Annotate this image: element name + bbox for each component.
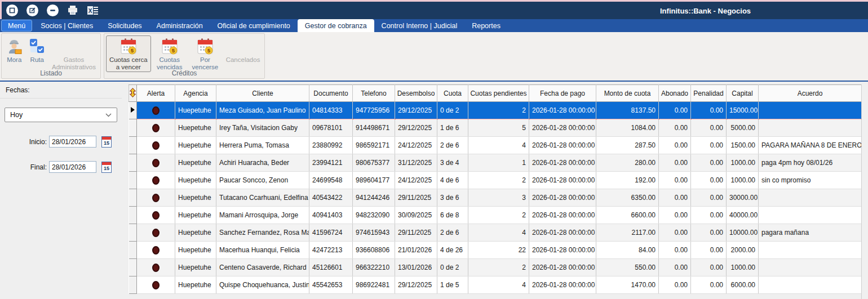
- gastos-administrativos-button[interactable]: Gastos Administrativos: [49, 35, 99, 72]
- row-selector-cell[interactable]: [129, 224, 137, 242]
- vertical-scrollbar[interactable]: [861, 84, 868, 299]
- cell-abonado[interactable]: 0.00: [659, 207, 691, 224]
- cell-alerta[interactable]: [137, 242, 175, 259]
- cell-acuerdo[interactable]: pagara mañana: [759, 224, 862, 242]
- cell-alerta[interactable]: [137, 137, 175, 154]
- cell-penalidad[interactable]: 0.00: [691, 242, 727, 259]
- cell-fecha_de_pago[interactable]: 2026-01-28 00:00:00: [529, 242, 596, 259]
- cell-cuota[interactable]: 3 de 4: [437, 154, 468, 172]
- row-selector-cell[interactable]: [129, 259, 137, 276]
- tab-gestor-de-cobranza[interactable]: Gestor de cobranza: [298, 19, 374, 32]
- cell-documento[interactable]: 42472213: [309, 242, 353, 259]
- column-header-cuotas_pendientes[interactable]: Cuotas pendientes: [468, 85, 529, 102]
- cell-telefono[interactable]: 980675377: [353, 154, 395, 172]
- cell-alerta[interactable]: [137, 224, 175, 242]
- cell-alerta[interactable]: [137, 154, 175, 172]
- cell-telefono[interactable]: 974615943: [353, 224, 395, 242]
- cell-penalidad[interactable]: 0.00: [691, 154, 727, 172]
- column-header-documento[interactable]: Documento: [309, 85, 353, 102]
- final-calendar-icon[interactable]: 15: [101, 162, 112, 173]
- cell-cuota[interactable]: 0 de 2: [437, 259, 468, 276]
- cell-cliente[interactable]: Tutacano Ccarhuani, Edelfina: [216, 189, 309, 207]
- cell-documento[interactable]: 41596724: [309, 224, 353, 242]
- mora-button[interactable]: Mora: [3, 35, 25, 70]
- cell-desembolso[interactable]: 30/09/2025: [395, 207, 437, 224]
- cell-acuerdo[interactable]: sin co mpromiso: [759, 172, 862, 189]
- cell-cliente[interactable]: Sanchez Fernandez, Rosa Maria: [216, 224, 309, 242]
- cell-cuota[interactable]: 1 de 6: [437, 119, 468, 137]
- cell-acuerdo[interactable]: [759, 102, 862, 119]
- row-selector-cell[interactable]: [129, 102, 137, 119]
- cell-monto_de_cuota[interactable]: 2117.00: [596, 224, 659, 242]
- excel-export-icon[interactable]: X: [87, 5, 99, 16]
- cell-capital[interactable]: 15000.00: [727, 102, 759, 119]
- cell-documento[interactable]: 23880992: [309, 137, 353, 154]
- cell-penalidad[interactable]: 0.00: [691, 102, 727, 119]
- edit-icon[interactable]: [26, 5, 38, 16]
- column-header-monto_de_cuota[interactable]: Monto de cuota: [596, 85, 659, 102]
- inicio-calendar-icon[interactable]: 15: [101, 136, 112, 148]
- cell-monto_de_cuota[interactable]: 550.00: [596, 259, 659, 276]
- cell-agencia[interactable]: Huepetuhe: [175, 224, 216, 242]
- column-header-alerta[interactable]: Alerta: [137, 85, 175, 102]
- cell-abonado[interactable]: 0.00: [659, 224, 691, 242]
- cell-cliente[interactable]: Centeno Casaverde, Richard: [216, 259, 309, 276]
- cell-penalidad[interactable]: 0.00: [691, 224, 727, 242]
- cell-telefono[interactable]: 989604177: [353, 172, 395, 189]
- cell-agencia[interactable]: Huepetuhe: [175, 189, 216, 207]
- row-selector-cell[interactable]: [129, 276, 137, 294]
- column-header-abonado[interactable]: Abonado: [659, 85, 691, 102]
- cell-telefono[interactable]: 986922481: [353, 276, 395, 294]
- cell-cuota[interactable]: 6 de 8: [437, 207, 468, 224]
- cell-desembolso[interactable]: 29/12/2025: [395, 276, 437, 294]
- cell-desembolso[interactable]: 24/12/2025: [395, 137, 437, 154]
- table-row[interactable]: HuepetuheMacerhua Huanqui, Felicia424722…: [129, 242, 862, 259]
- cell-desembolso[interactable]: 31/12/2025: [395, 154, 437, 172]
- cell-documento[interactable]: 45126601: [309, 259, 353, 276]
- row-selector-cell[interactable]: [129, 242, 137, 259]
- cell-agencia[interactable]: Huepetuhe: [175, 259, 216, 276]
- cell-desembolso[interactable]: 29/12/2025: [395, 119, 437, 137]
- cell-cliente[interactable]: Irey Taña, Visitacion Gaby: [216, 119, 309, 137]
- menu-item-menu[interactable]: Menú: [1, 20, 32, 32]
- menu-item-socios-clientes[interactable]: Socios | Clientes: [33, 19, 100, 32]
- cell-monto_de_cuota[interactable]: 1084.00: [596, 119, 659, 137]
- cell-cuotas_pendientes[interactable]: 3: [468, 189, 529, 207]
- table-row[interactable]: HuepetuheHerrera Puma, Tomasa23880992986…: [129, 137, 862, 154]
- cell-acuerdo[interactable]: [759, 119, 862, 137]
- cell-monto_de_cuota[interactable]: 280.00: [596, 154, 659, 172]
- cell-acuerdo[interactable]: paga 4pm hoy 08/01/26: [759, 154, 862, 172]
- cell-agencia[interactable]: Huepetuhe: [175, 137, 216, 154]
- menu-item-reportes[interactable]: Reportes: [464, 19, 508, 32]
- cell-capital[interactable]: 1500.00: [727, 137, 759, 154]
- cell-capital[interactable]: 1000.00: [727, 172, 759, 189]
- cell-cuotas_pendientes[interactable]: 1: [468, 154, 529, 172]
- cell-cuotas_pendientes[interactable]: 4: [468, 276, 529, 294]
- row-selector-cell[interactable]: [129, 172, 137, 189]
- cell-documento[interactable]: 04814333: [309, 102, 353, 119]
- cell-monto_de_cuota[interactable]: 6350.00: [596, 189, 659, 207]
- row-selector-cell[interactable]: [129, 189, 137, 207]
- cell-fecha_de_pago[interactable]: 2026-01-28 00:00:00: [529, 189, 596, 207]
- cell-abonado[interactable]: 0.00: [659, 259, 691, 276]
- table-row[interactable]: HuepetuheMamani Arrosquipa, Jorge4094140…: [129, 207, 862, 224]
- cell-cliente[interactable]: Herrera Puma, Tomasa: [216, 137, 309, 154]
- row-selector-cell[interactable]: [129, 119, 137, 137]
- cell-alerta[interactable]: [137, 102, 175, 119]
- cell-agencia[interactable]: Huepetuhe: [175, 207, 216, 224]
- cell-abonado[interactable]: 0.00: [659, 189, 691, 207]
- cell-abonado[interactable]: 0.00: [659, 276, 691, 294]
- menu-item-administracion[interactable]: Administración: [149, 19, 210, 32]
- cell-monto_de_cuota[interactable]: 6600.00: [596, 207, 659, 224]
- table-row[interactable]: HuepetuheQuispe Choquehuanca, Justina455…: [129, 276, 862, 294]
- cell-penalidad[interactable]: 0.00: [691, 276, 727, 294]
- table-row[interactable]: HuepetuheIrey Taña, Visitacion Gaby09678…: [129, 119, 862, 137]
- table-row[interactable]: HuepetuheMeza Guisado, Juan Paulino04814…: [129, 102, 862, 119]
- cell-cliente[interactable]: Macerhua Huanqui, Felicia: [216, 242, 309, 259]
- cell-telefono[interactable]: 986592171: [353, 137, 395, 154]
- column-header-fecha_de_pago[interactable]: Fecha de pago: [529, 85, 596, 102]
- cell-alerta[interactable]: [137, 189, 175, 207]
- cell-acuerdo[interactable]: [759, 207, 862, 224]
- cell-alerta[interactable]: [137, 207, 175, 224]
- cell-fecha_de_pago[interactable]: 2026-01-28 00:00:00: [529, 102, 596, 119]
